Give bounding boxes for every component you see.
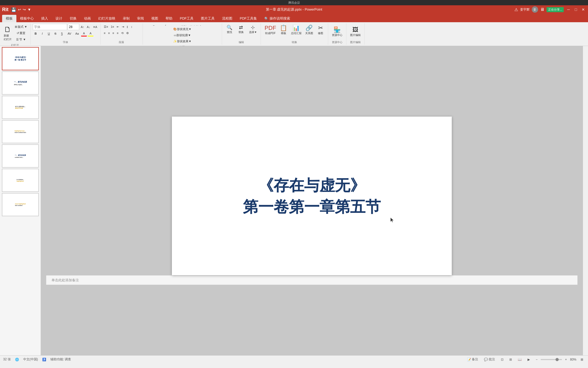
shape-fill-button[interactable]: 🎨 形状填充▼	[145, 26, 220, 32]
minimize-button[interactable]: ─	[566, 7, 571, 12]
zoom-in-button[interactable]: +	[563, 357, 568, 362]
case-button[interactable]: Aa	[74, 31, 80, 36]
tab-record[interactable]: 录制	[119, 15, 133, 22]
tab-search[interactable]: 🔍 操作说明搜索	[261, 15, 294, 22]
shape-rect-icon[interactable]: ▭	[145, 24, 150, 26]
slide-thumb-6[interactable]: 6 in shadow... highlighted	[2, 169, 39, 192]
modify-button[interactable]: ✂ 修图	[315, 24, 326, 36]
tab-template-center[interactable]: 模板中心	[16, 15, 37, 22]
align-left-button[interactable]: ≡	[103, 30, 106, 36]
justify-button[interactable]: ≡	[116, 30, 119, 36]
tab-design[interactable]: 设计	[52, 15, 66, 22]
tab-pdf-tools[interactable]: PDF工具	[176, 15, 197, 22]
tab-transition[interactable]: 切换	[66, 15, 80, 22]
tab-slideshow[interactable]: 幻灯片放映	[95, 15, 119, 22]
decrease-font-button[interactable]: A↓	[86, 24, 91, 30]
tab-pdf-toolset[interactable]: PDF工具集	[236, 15, 261, 22]
select-button[interactable]: ⊹ 选择▼	[247, 24, 258, 35]
comments-button[interactable]: 💬 批注	[482, 357, 497, 362]
customize-icon[interactable]: ▼	[27, 7, 31, 12]
summary-button[interactable]: 📊 总结汇报	[289, 24, 303, 36]
notes-bar[interactable]: 单击此处添加备注	[46, 275, 577, 285]
shape-effect-button[interactable]: ✨ 形状效果▼	[145, 38, 220, 44]
share-screen-icon[interactable]: 🖥	[540, 7, 544, 12]
quick-style-button[interactable]: 快速样式	[189, 24, 203, 26]
user-avatar-icon[interactable]: 姜	[532, 6, 538, 13]
maximize-button[interactable]: □	[573, 7, 578, 12]
bullets-button[interactable]: ☰≡	[103, 24, 109, 30]
clear-format-button[interactable]: ✕A	[92, 24, 98, 30]
bold-button[interactable]: B	[33, 31, 39, 36]
slide-thumb-4[interactable]: 4 highlighted text... more content here	[2, 120, 39, 143]
replace-button[interactable]: ⇄ 替换	[236, 24, 246, 35]
reset-button[interactable]: ↺ 重置	[14, 30, 28, 36]
resource-center-button[interactable]: 🏪 资源中心	[330, 26, 344, 38]
quick-save-icon[interactable]: 💾	[11, 7, 16, 12]
right-scrollbar[interactable]	[583, 46, 588, 355]
zoom-out-button[interactable]: −	[534, 357, 539, 362]
shape-triangle-icon[interactable]: △	[157, 24, 162, 26]
tab-template[interactable]: 模板	[2, 15, 16, 22]
slide-canvas[interactable]: 《存在与虚无》 第一卷第一章第五节	[172, 117, 452, 275]
arrange-button[interactable]: 排列	[179, 24, 188, 26]
redo-icon[interactable]: ↪	[23, 7, 26, 12]
slideshow-button[interactable]: ▶	[526, 357, 531, 362]
slide-sorter-button[interactable]: ⊞	[508, 357, 514, 362]
increase-font-button[interactable]: A↑	[80, 24, 85, 30]
underline-button[interactable]: U	[46, 31, 52, 36]
decrease-indent-button[interactable]: ⇤	[116, 24, 120, 30]
image-edit-icon: 🖼	[352, 26, 358, 33]
slide-thumb-1[interactable]: 1 《存在与虚无》第一卷·第五节	[2, 47, 39, 70]
align-right-button[interactable]: ≡	[111, 30, 115, 36]
tab-view[interactable]: 视图	[148, 15, 162, 22]
new-slide-button[interactable]: 🗋 新建幻灯片	[2, 24, 13, 42]
layout-button[interactable]: ⊞ 版式 ▼	[14, 24, 28, 30]
canvas-area[interactable]: 《存在与虚无》 第一卷第一章第五节 单击此处添加备注	[41, 46, 583, 355]
notes-button[interactable]: 📝 备注	[465, 357, 480, 362]
shape-oval-icon[interactable]: ◯	[151, 24, 157, 26]
zoom-slider[interactable]	[541, 359, 562, 360]
reading-view-button[interactable]: 📖	[516, 357, 523, 362]
font-name-input[interactable]	[33, 24, 67, 30]
line-spacing-button[interactable]: ↕	[130, 24, 134, 30]
numbering-button[interactable]: 1≡	[110, 24, 115, 30]
relation-button[interactable]: 🔗 关系图	[304, 24, 315, 36]
italic-button[interactable]: I	[39, 31, 45, 36]
slide-thumb-7[interactable]: 7 more highlighted text content	[2, 193, 39, 216]
strikethrough-button[interactable]: S	[53, 31, 58, 36]
tab-help[interactable]: 帮助	[162, 15, 176, 22]
text-direction-button[interactable]: ⟲	[120, 30, 125, 36]
shape-outline-button[interactable]: ▭ 形状轮廓▼	[145, 32, 220, 38]
font-color-button[interactable]: A	[81, 31, 87, 36]
close-button[interactable]: ✕	[581, 7, 586, 12]
normal-view-button[interactable]: ⊡	[499, 357, 505, 362]
shape-line-icon[interactable]: ╱	[163, 24, 167, 26]
tab-image-tools[interactable]: 图片工具	[197, 15, 218, 22]
to-pdf-button[interactable]: PDF 转成PDF	[263, 24, 278, 36]
slide-thumb-5[interactable]: 5 一、虚无的起源 content text...	[2, 144, 39, 168]
slide-main-content[interactable]: 《存在与虚无》 第一卷第一章第五节	[243, 174, 381, 217]
increase-indent-button[interactable]: ⇥	[121, 24, 125, 30]
shadow-button[interactable]: S̲	[59, 31, 65, 36]
zoom-thumb[interactable]	[556, 358, 559, 361]
font-size-input[interactable]	[68, 24, 79, 30]
slide-thumb-2[interactable]: 2 一、虚无的起源 萨特认为虚无...	[2, 71, 39, 95]
tab-review[interactable]: 审阅	[133, 15, 148, 22]
tab-flow-chart[interactable]: 流程图	[218, 15, 236, 22]
shape-arrow-icon[interactable]: →	[167, 24, 173, 26]
text-columns-button[interactable]: ⫿	[126, 24, 129, 30]
smartart-button[interactable]: ⚙	[125, 30, 130, 36]
align-center-button[interactable]: ≡	[107, 30, 111, 36]
find-button[interactable]: 🔍 查找	[224, 24, 235, 35]
fit-window-button[interactable]: ⊠	[579, 357, 585, 362]
tab-insert[interactable]: 插入	[37, 15, 52, 22]
char-spacing-button[interactable]: AV	[66, 31, 73, 36]
tab-animation[interactable]: 动画	[80, 15, 95, 22]
template-button[interactable]: 📋 模板	[278, 24, 289, 36]
section-button[interactable]: ☰ 节 ▼	[14, 36, 28, 42]
slide-thumb-3[interactable]: 3 对于心理学来说... 高亮文字内容	[2, 96, 39, 119]
highlight-button[interactable]: A	[88, 31, 93, 36]
undo-icon[interactable]: ↩	[18, 7, 21, 12]
image-edit-button[interactable]: 🖼 图片编辑	[349, 26, 362, 38]
shape-more-icon[interactable]: ▼	[173, 24, 178, 26]
